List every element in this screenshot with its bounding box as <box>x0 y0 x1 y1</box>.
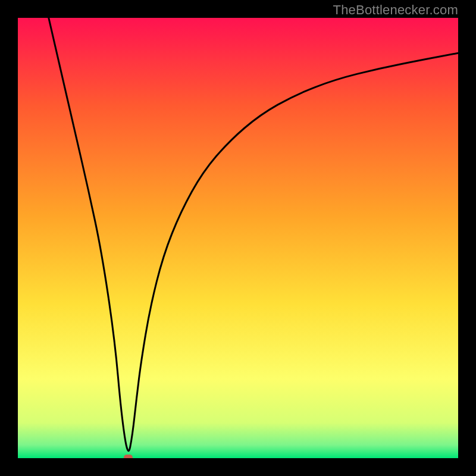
plot-area <box>18 18 458 458</box>
gradient-background <box>18 18 458 458</box>
minimum-marker <box>124 455 133 458</box>
watermark-label: TheBottlenecker.com <box>333 2 458 18</box>
svg-rect-0 <box>18 18 458 458</box>
chart-container: TheBottlenecker.com <box>0 0 476 476</box>
